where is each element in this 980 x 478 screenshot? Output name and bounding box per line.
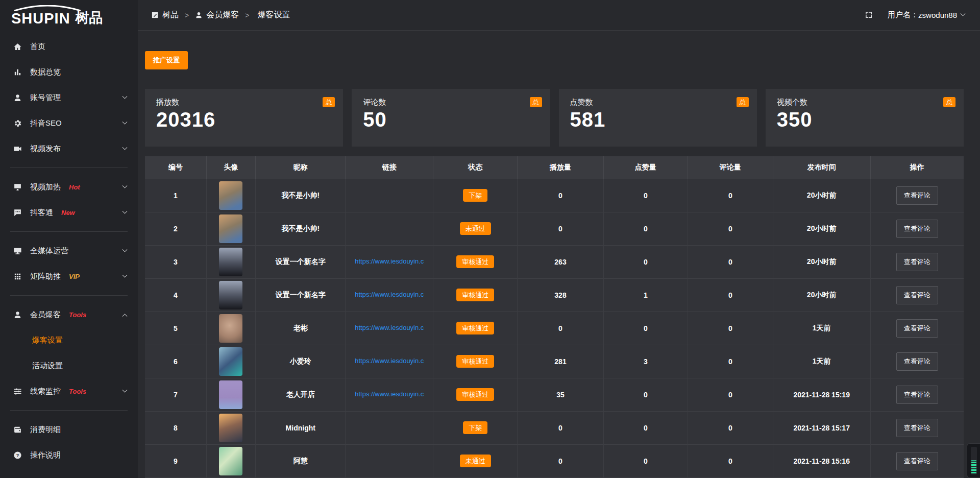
sidebar-item[interactable]: [10, 231, 128, 232]
chevron-down-icon: [961, 11, 966, 16]
cell-nickname: 老人开店: [256, 378, 346, 411]
cell-time: 1天前: [773, 312, 870, 345]
cell-avatar: [206, 212, 255, 245]
cell-comments: 0: [688, 312, 773, 345]
cell-comments: 0: [688, 179, 773, 212]
status-badge: 审核通过: [456, 388, 494, 401]
sidebar-item[interactable]: [10, 410, 128, 411]
col-header-nickname: 昵称: [256, 156, 346, 179]
cell-comments: 0: [688, 345, 773, 378]
total-badge: 总: [323, 97, 335, 107]
cell-plays: 263: [518, 245, 603, 278]
status-badge: 下架: [463, 189, 487, 202]
sidebar-item-baoke-settings[interactable]: 爆客设置: [0, 327, 138, 353]
sidebar-item-operation-guide[interactable]: ? 操作说明: [0, 442, 138, 468]
cell-actions: 查看评论: [870, 378, 964, 411]
sidebar-item-member-baoke[interactable]: 会员爆客 Tools: [0, 302, 138, 327]
video-link[interactable]: https://www.iesdouyin.c: [355, 390, 424, 398]
user-icon: [12, 92, 22, 103]
cell-time: 20小时前: [773, 245, 870, 278]
video-link[interactable]: https://www.iesdouyin.c: [355, 357, 424, 365]
sidebar-item-matrix-boost[interactable]: 矩阵助推 VIP: [0, 264, 138, 289]
screen-icon: [12, 182, 22, 192]
sidebar-item-home[interactable]: 首页: [0, 34, 138, 59]
video-link[interactable]: https://www.iesdouyin.c: [355, 257, 424, 265]
username-value: zswodun88: [918, 11, 957, 19]
sidebar-item-consumption-details[interactable]: 消费明细: [0, 417, 138, 442]
view-comments-button[interactable]: 查看评论: [896, 253, 938, 271]
user-menu[interactable]: 用户名：zswodun88: [888, 10, 965, 20]
stat-card-videos: 视频个数 350 总: [766, 89, 964, 147]
avatar: [219, 447, 242, 475]
view-comments-button[interactable]: 查看评论: [896, 186, 938, 205]
sidebar-item-label: 线索监控: [30, 387, 61, 396]
chevron-icon: [122, 247, 128, 252]
breadcrumb-item-baoke-settings[interactable]: 爆客设置: [257, 10, 290, 20]
sidebar-item-video-publish[interactable]: 视频发布: [0, 136, 138, 161]
stat-label: 视频个数: [777, 98, 952, 107]
cell-comments: 0: [688, 411, 773, 444]
sidebar-item-label: 数据总览: [30, 67, 61, 77]
table-row: 1 我不是小帅! 下架 0 0 0: [145, 179, 964, 212]
cell-nickname: 设置一个新名字: [256, 278, 346, 312]
view-comments-button[interactable]: 查看评论: [896, 220, 938, 238]
video-link[interactable]: https://www.iesdouyin.c: [355, 291, 424, 298]
sidebar-item-data-overview[interactable]: 数据总览: [0, 59, 138, 85]
sidebar-item[interactable]: [10, 168, 128, 168]
cell-link: [346, 444, 433, 477]
sidebar-item-label: 会员爆客: [30, 310, 61, 320]
sidebar-item-omni-media[interactable]: 全媒体运营: [0, 238, 138, 264]
chevron-icon: [122, 314, 128, 319]
table-header-row: 编号 头像 昵称 链接 状态 播放量 点赞量 评论量 发布时间 操作: [145, 156, 964, 179]
sidebar-menu: 首页 数据总览 账号管理 抖音SEO 视频发布: [0, 32, 138, 468]
chat-icon: [12, 207, 22, 218]
view-comments-button[interactable]: 查看评论: [896, 352, 938, 371]
breadcrumb-item-shupin[interactable]: 树品: [162, 10, 179, 20]
sliders-icon: [12, 386, 22, 396]
cell-no: 3: [145, 245, 206, 278]
table-row: 5 老彬 https://www.iesdouyin.c 审核通过 0 0: [145, 312, 964, 345]
sidebar-item-video-heating[interactable]: 视频加热 Hot: [0, 174, 138, 200]
home-icon: [12, 41, 22, 52]
app-logo[interactable]: SHUPIN 树品: [0, 0, 138, 32]
breadcrumb-item-member-baoke[interactable]: 会员爆客: [206, 10, 239, 20]
top-bar: 树品 > 会员爆客 > 爆客设置 用户名：zswodun88: [138, 0, 980, 31]
fullscreen-icon[interactable]: [864, 10, 874, 20]
sidebar-item-label: 视频发布: [30, 144, 61, 154]
chevron-icon: [122, 387, 128, 392]
cell-actions: 查看评论: [870, 212, 964, 245]
gear-icon: [12, 118, 22, 128]
sidebar-item-clue-monitor[interactable]: 线索监控 Tools: [0, 378, 138, 404]
cell-time: 2021-11-28 15:16: [773, 444, 870, 477]
view-comments-button[interactable]: 查看评论: [896, 452, 938, 470]
view-comments-button[interactable]: 查看评论: [896, 286, 938, 304]
cell-avatar: [206, 179, 255, 212]
sidebar-item-label: 爆客设置: [32, 336, 63, 345]
monitor-icon: [12, 246, 22, 256]
cell-no: 1: [145, 179, 206, 212]
sidebar-item-douketong[interactable]: 抖客通 New: [0, 200, 138, 225]
view-comments-button[interactable]: 查看评论: [896, 386, 938, 404]
chart-icon: [12, 67, 22, 77]
sidebar-item-label: 视频加热: [30, 182, 61, 192]
cell-actions: 查看评论: [870, 245, 964, 278]
cell-status: 未通过: [433, 444, 518, 477]
total-badge: 总: [737, 97, 749, 107]
stat-card-comments: 评论数 50 总: [352, 89, 550, 147]
chevron-icon: [122, 145, 128, 150]
stat-label: 点赞数: [570, 98, 746, 107]
sidebar-item-activity-settings[interactable]: 活动设置: [0, 353, 138, 378]
sidebar-item-account-management[interactable]: 账号管理: [0, 85, 138, 110]
promo-settings-button[interactable]: 推广设置: [145, 51, 188, 69]
sidebar-item-douyin-seo[interactable]: 抖音SEO: [0, 110, 138, 136]
cell-no: 4: [145, 278, 206, 312]
video-link[interactable]: https://www.iesdouyin.c: [355, 324, 424, 331]
sidebar-item[interactable]: [10, 295, 128, 296]
view-comments-button[interactable]: 查看评论: [896, 419, 938, 437]
view-comments-button[interactable]: 查看评论: [896, 319, 938, 338]
wallet-icon: [12, 424, 22, 435]
cell-no: 8: [145, 411, 206, 444]
floating-widget[interactable]: [967, 443, 980, 478]
col-header-no: 编号: [145, 156, 206, 179]
table-row: 9 阿慧 未通过 0 0 0 202: [145, 444, 964, 477]
